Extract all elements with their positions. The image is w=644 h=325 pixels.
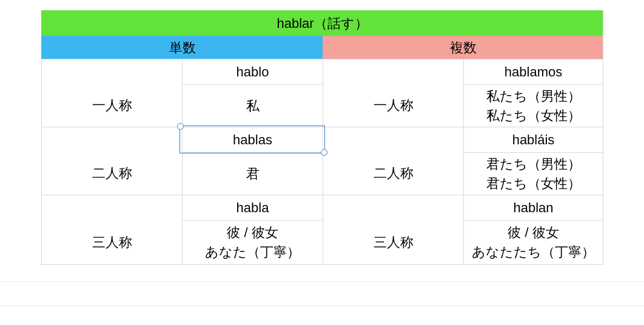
verb-2pl[interactable]: habláis bbox=[463, 127, 603, 152]
trans-2pl[interactable]: 君たち（男性） 君たち（女性） bbox=[463, 152, 603, 195]
person-label-1-sg: 一人称 bbox=[41, 84, 182, 127]
trans-line: 君たち（男性） bbox=[486, 155, 581, 174]
trans-2sg[interactable]: 君 bbox=[182, 152, 323, 195]
person-label-2-pl: 二人称 bbox=[323, 152, 463, 195]
trans-line: 私たち（男性） bbox=[486, 87, 581, 106]
conjugation-table: hablar（話す） 単数 複数 hablo hablamos 一人称 私 一人… bbox=[41, 10, 603, 265]
sheet-gridline bbox=[0, 306, 644, 306]
trans-line: 彼 / 彼女 bbox=[508, 223, 558, 243]
verb-3pl[interactable]: hablan bbox=[463, 195, 603, 220]
trans-line: あなたたち（丁寧） bbox=[472, 243, 595, 262]
person-label-3-pl-a bbox=[323, 195, 463, 220]
person-label-3-pl: 三人称 bbox=[323, 220, 463, 265]
person-label-1-pl-a bbox=[323, 59, 463, 84]
trans-1pl[interactable]: 私たち（男性） 私たち（女性） bbox=[463, 84, 603, 127]
person-label-3-sg-a bbox=[41, 195, 182, 220]
person-label-2-pl-a bbox=[323, 127, 463, 152]
person-label-2-sg-a bbox=[41, 127, 182, 152]
trans-line: 君たち（女性） bbox=[486, 174, 581, 193]
trans-line: 私たち（女性） bbox=[486, 106, 581, 126]
trans-line: 彼 / 彼女 bbox=[227, 223, 278, 243]
person-label-1-pl: 一人称 bbox=[323, 84, 463, 127]
verb-1sg[interactable]: hablo bbox=[182, 59, 323, 84]
header-singular: 単数 bbox=[41, 36, 323, 59]
spreadsheet-canvas: hablar（話す） 単数 複数 hablo hablamos 一人称 私 一人… bbox=[0, 0, 644, 325]
header-plural: 複数 bbox=[323, 36, 603, 59]
trans-line: あなた（丁寧） bbox=[205, 243, 300, 262]
verb-3sg[interactable]: habla bbox=[182, 195, 323, 220]
trans-1sg[interactable]: 私 bbox=[182, 84, 323, 127]
person-label-2-sg: 二人称 bbox=[41, 152, 182, 195]
verb-1pl[interactable]: hablamos bbox=[463, 59, 603, 84]
person-label-1-sg-a bbox=[41, 59, 182, 84]
verb-2sg[interactable]: hablas bbox=[182, 127, 323, 152]
person-label-3-sg: 三人称 bbox=[41, 220, 182, 265]
trans-line: 私 bbox=[246, 96, 260, 116]
trans-3pl[interactable]: 彼 / 彼女 あなたたち（丁寧） bbox=[463, 220, 603, 265]
trans-3sg[interactable]: 彼 / 彼女 あなた（丁寧） bbox=[182, 220, 323, 265]
trans-line: 君 bbox=[246, 164, 260, 184]
table-title: hablar（話す） bbox=[41, 10, 603, 36]
sheet-gridline bbox=[0, 281, 644, 282]
